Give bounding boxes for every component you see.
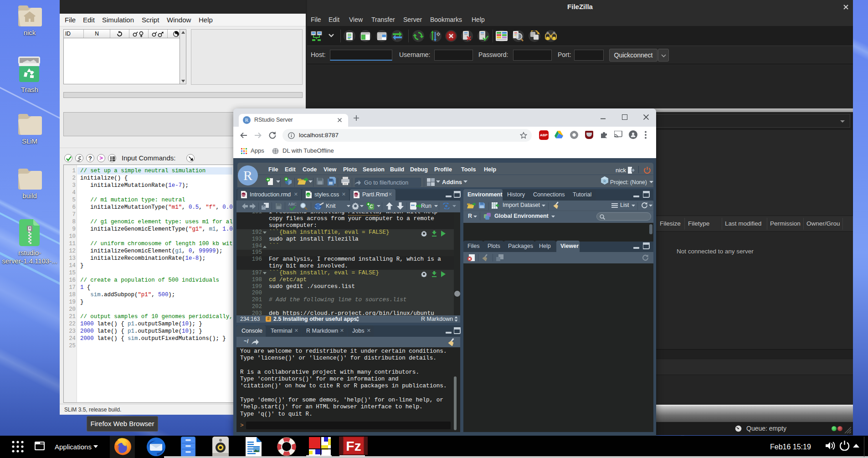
svg-text:R: R — [603, 179, 606, 183]
svg-text:Rmd: Rmd — [354, 194, 359, 196]
svg-text:css: css — [307, 194, 310, 196]
svg-text:Rmd: Rmd — [241, 194, 246, 196]
svg-text:Fz: Fz — [346, 438, 361, 453]
